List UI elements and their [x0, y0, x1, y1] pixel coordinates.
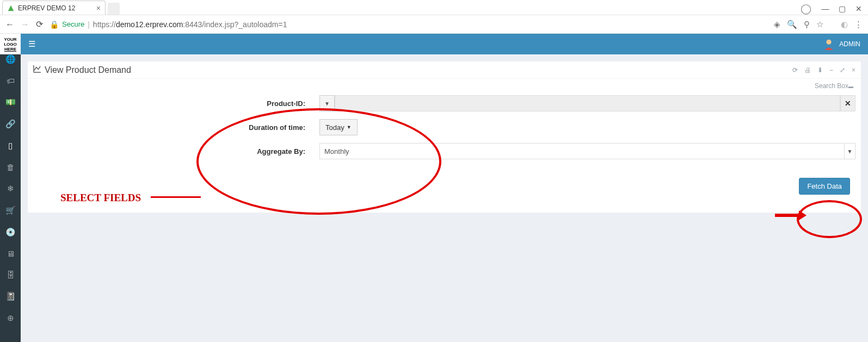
row-aggregate: Aggregate By: Monthly ▼	[28, 143, 861, 159]
product-dropdown-button[interactable]: ▼	[319, 95, 335, 111]
database-icon[interactable]: 🗄	[7, 270, 15, 279]
aggregate-value: Monthly	[324, 147, 349, 156]
close-icon[interactable]: ×	[96, 4, 101, 13]
main-content: View Product Demand ⟳ 🖨 ⬇ − ⤢ × Search B…	[21, 34, 868, 342]
form-area: Product-ID: ▼ ✕ Duration of time: Today …	[28, 90, 861, 178]
back-button[interactable]: ←	[5, 20, 14, 29]
row-duration: Duration of time: Today ▼	[28, 119, 861, 135]
disc-icon[interactable]: 💿	[5, 227, 16, 237]
user-label: ADMIN	[839, 40, 860, 48]
fetch-data-button[interactable]: Fetch Data	[799, 178, 850, 195]
chevron-down-icon: ▼	[347, 125, 352, 130]
star-icon[interactable]: ☆	[816, 20, 823, 29]
chart-icon	[33, 65, 41, 75]
browser-chrome: ERPREV DEMO 12 × ◯ — ▢ × ← → ⟳ 🔒 Secure …	[0, 0, 868, 34]
searchbox-toggle[interactable]: Search Box▬	[28, 79, 861, 90]
new-tab-button[interactable]	[108, 3, 120, 15]
url-host: demo12.erprev.com	[116, 20, 183, 29]
extension-icon[interactable]: ◐	[841, 20, 848, 29]
panel-header: View Product Demand ⟳ 🖨 ⬇ − ⤢ ×	[28, 61, 861, 79]
cash-icon[interactable]: 💵	[5, 97, 16, 107]
logo-line3: HERE	[4, 47, 17, 52]
logo-line2: LOGO	[4, 42, 17, 47]
menu-icon[interactable]: ⋮	[854, 20, 863, 29]
left-nav: YOUR LOGO HERE 🌐 🏷 💵 🔗 ▯ 🗑 ❄ 🛒 💿 🖥 🗄 📓 ⊕	[0, 34, 21, 342]
app-container: YOUR LOGO HERE 🌐 🏷 💵 🔗 ▯ 🗑 ❄ 🛒 💿 🖥 🗄 📓 ⊕…	[0, 34, 868, 342]
expand-icon[interactable]: ⤢	[840, 66, 845, 74]
location-icon[interactable]: ◈	[774, 20, 780, 29]
link-icon[interactable]: 🔗	[5, 119, 16, 129]
aggregate-select[interactable]: Monthly	[319, 143, 845, 159]
tag-icon[interactable]: 🏷	[7, 76, 15, 85]
notebook-icon[interactable]: 📓	[5, 291, 16, 301]
annotation-arrow	[775, 214, 800, 217]
label-aggregate: Aggregate By:	[28, 147, 319, 156]
hamburger-icon[interactable]: ☰	[28, 39, 35, 49]
duration-dropdown[interactable]: Today ▼	[319, 119, 358, 135]
annotation-text: SELECT FIELDS	[60, 192, 141, 204]
browser-tab-bar: ERPREV DEMO 12 × ◯ — ▢ ×	[0, 0, 868, 15]
lock-icon: 🔒	[50, 20, 59, 29]
secure-label: Secure	[62, 20, 84, 28]
minus-icon[interactable]: −	[829, 66, 833, 74]
annotation-ellipse-button	[797, 200, 862, 238]
clear-product-button[interactable]: ✕	[840, 95, 855, 111]
user-area[interactable]: ADMIN	[823, 38, 860, 50]
logo[interactable]: YOUR LOGO HERE	[0, 34, 21, 54]
dashboard-icon[interactable]: 🌐	[5, 54, 16, 64]
refresh-icon[interactable]: ⟳	[792, 66, 798, 74]
print-icon[interactable]: 🖨	[804, 66, 811, 74]
annotation-line	[151, 196, 201, 198]
window-close-button[interactable]: ×	[855, 3, 861, 15]
label-duration: Duration of time:	[28, 123, 319, 132]
top-bar: ☰ ADMIN	[21, 34, 868, 54]
trash-icon[interactable]: 🗑	[7, 163, 15, 172]
tab-title: ERPREV DEMO 12	[18, 4, 96, 12]
fetch-row: Fetch Data	[28, 178, 861, 195]
maximize-button[interactable]: ▢	[839, 4, 846, 13]
address-bar: ← → ⟳ 🔒 Secure | https://demo12.erprev.c…	[0, 15, 868, 34]
address-icons: ◈ 🔍 ⚲ ☆ ◐ ⋮	[774, 20, 863, 29]
panel-title-text: View Product Demand	[45, 65, 131, 75]
minimize-button[interactable]: —	[821, 4, 829, 13]
globe-icon[interactable]: ⊕	[7, 313, 14, 323]
download-icon[interactable]: ⬇	[817, 66, 823, 74]
panel-title: View Product Demand	[33, 65, 131, 75]
reload-button[interactable]: ⟳	[36, 19, 43, 29]
label-product-id: Product-ID:	[28, 100, 319, 108]
avatar	[823, 38, 835, 50]
row-product-id: Product-ID: ▼ ✕	[28, 95, 861, 111]
account-icon[interactable]: ◯	[801, 3, 811, 15]
cart-icon[interactable]: 🛒	[5, 206, 16, 215]
key-icon[interactable]: ⚲	[804, 20, 810, 29]
url-field[interactable]: 🔒 Secure | https://demo12.erprev.com:844…	[50, 20, 767, 29]
chevron-down-icon[interactable]: ▼	[845, 143, 855, 159]
snow-icon[interactable]: ❄	[7, 184, 14, 194]
product-id-input[interactable]	[335, 95, 840, 111]
window-controls: ◯ — ▢ ×	[801, 3, 868, 15]
tab-favicon	[7, 4, 15, 12]
panel-actions: ⟳ 🖨 ⬇ − ⤢ ×	[792, 66, 855, 74]
panel-view-product-demand: View Product Demand ⟳ 🖨 ⬇ − ⤢ × Search B…	[27, 61, 861, 213]
zoom-icon[interactable]: 🔍	[787, 20, 797, 29]
svg-point-0	[827, 40, 832, 45]
panel-close-icon[interactable]: ×	[852, 66, 855, 74]
duration-value: Today	[325, 123, 344, 132]
device-icon[interactable]: ▯	[8, 141, 13, 151]
url-path: :8443/index.jsp?_autoloadm=1	[183, 20, 287, 29]
browser-tab[interactable]: ERPREV DEMO 12 ×	[2, 1, 106, 15]
forward-button[interactable]: →	[21, 20, 29, 29]
logo-line1: YOUR	[4, 37, 17, 42]
monitor-icon[interactable]: 🖥	[7, 249, 15, 258]
url-scheme: https://	[93, 20, 116, 29]
